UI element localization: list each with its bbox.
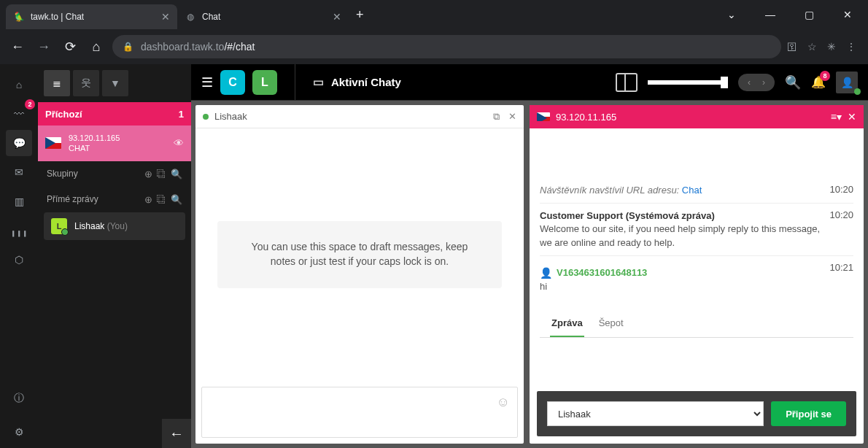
tawk-favicon: 🦜 [13,11,25,23]
chevron-down-icon[interactable]: ⌄ [717,3,746,26]
menu-icon[interactable]: ⋮ [846,41,856,53]
people-icon[interactable]: 웃 [73,70,99,96]
rail-monitor[interactable]: 〰2 [6,101,32,127]
collapse-panel-button[interactable]: ← [162,419,191,448]
dm-item-self[interactable]: L Lishaak (You) [44,212,185,240]
rail-settings[interactable]: ⚙ [6,419,32,445]
draft-hint: You can use this space to draft messages… [217,221,502,287]
dm-section: Přímé zprávy ⊕ ⿻ 🔍 [38,187,191,212]
avatar: L [51,218,67,234]
stack-icon[interactable]: ≣ [44,70,70,96]
lock-icon: 🔒 [123,42,133,52]
dm-label: Přímé zprávy [47,194,98,204]
close-icon[interactable]: ✕ [333,11,341,23]
join-button[interactable]: Připojit se [771,401,846,426]
visitor-id: V1634631601648113 [557,266,647,279]
badge: 2 [25,99,35,109]
minimize-icon[interactable]: ― [755,3,786,26]
rail-docs[interactable]: ▥ [6,188,32,215]
profile-button[interactable]: 👤 [836,72,858,93]
nav-rail: ⌂ 〰2 💬 ✉ ▥ ╻╻╻ ⬡ ⓘ ⚙ [0,64,38,448]
filter-icon[interactable]: ▼ [102,70,128,96]
timestamp: 10:20 [829,209,853,250]
rail-reports[interactable]: ╻╻╻ [6,217,32,244]
pager: ‹ › [738,74,775,91]
popout-icon[interactable]: ⧉ [493,111,500,123]
maximize-icon[interactable]: ▢ [794,3,824,26]
close-icon[interactable]: ✕ [508,111,516,123]
extension-icon[interactable]: ✳ [827,41,836,53]
incoming-count: 1 [179,109,184,120]
status-online-icon [203,114,209,120]
copy-icon[interactable]: ⿻ [157,194,166,205]
incoming-chat-item[interactable]: 93.120.11.165 CHAT 👁 [38,125,191,161]
zoom-slider[interactable] [648,80,728,85]
settings-icon[interactable]: ≡▾ [831,111,842,123]
copy-icon[interactable]: ⿻ [157,169,166,179]
add-icon[interactable]: ⊕ [144,194,152,205]
rail-help[interactable]: ⓘ [6,385,32,412]
visitor-ip: 93.120.11.165 [556,112,616,123]
layout-toggle[interactable] [616,73,638,92]
dm-you: (You) [107,221,128,231]
star-icon[interactable]: ☆ [807,41,817,53]
app-header: ☰ C L ▭ Aktivní Chaty ‹ › 🔍 🔔8 👤 [191,64,868,101]
search-icon[interactable]: 🔍 [171,194,182,205]
add-icon[interactable]: ⊕ [144,169,152,179]
reload-button[interactable]: ⟳ [60,36,80,57]
page-title: Aktivní Chaty [331,76,401,88]
eye-icon[interactable]: 👁 [174,137,184,149]
timestamp: 10:20 [829,184,853,197]
prev-button[interactable]: ‹ [743,76,756,89]
rail-chat[interactable]: 💬 [6,130,32,156]
globe-icon: ◍ [185,11,196,23]
menu-icon[interactable]: ☰ [201,74,213,90]
msg-sender: Customer Support (Systémová zpráva) [540,209,822,223]
rail-home[interactable]: ⌂ [6,72,32,98]
timestamp: 10:21 [829,262,853,294]
msg-body: hi [540,280,822,293]
tab-title: Chat [202,12,327,22]
tab-whisper[interactable]: Šepot [597,310,625,337]
chat-ip: 93.120.11.165 [69,133,120,143]
address-bar[interactable]: 🔒 dashboard.tawk.to/#/chat [112,35,781,58]
search-icon[interactable]: 🔍 [785,74,801,90]
msg-body: Welcome to our site, if you need help si… [540,223,822,249]
bell-icon[interactable]: 🔔8 [811,75,826,89]
chat-panel: 93.120.11.165 ≡▾ ✕ Návštěvník navštívil … [530,105,864,444]
forward-button[interactable]: → [34,36,54,57]
close-window-icon[interactable]: ✕ [833,3,862,26]
groups-section: Skupiny ⊕ ⿻ 🔍 [38,161,191,187]
key-icon[interactable]: ⚿ [787,41,797,53]
close-icon[interactable]: ✕ [848,111,856,123]
notif-count: 8 [820,71,830,81]
tab-message[interactable]: Zpráva [550,310,584,337]
flag-cz-icon [45,137,61,149]
emoji-icon[interactable]: ☺ [497,395,510,410]
notes-panel: Lishaak ⧉ ✕ You can use this space to dr… [195,105,524,444]
workspace-c[interactable]: C [220,70,245,95]
close-icon[interactable]: ✕ [161,11,170,23]
search-icon[interactable]: 🔍 [171,169,182,179]
chat-icon: ▭ [313,75,324,89]
conversation-panel: ≣ 웃 ▼ Příchozí 1 93.120.11.165 CHAT 👁 Sk… [38,64,191,448]
compose-input[interactable]: ☺ [201,387,518,438]
new-tab-button[interactable]: + [356,7,364,23]
workspace-l[interactable]: L [252,70,277,95]
panel-title: Lishaak [214,111,247,122]
rail-addons[interactable]: ⬡ [6,247,32,273]
rail-inbox[interactable]: ✉ [6,159,32,185]
back-button[interactable]: ← [7,36,28,57]
home-button[interactable]: ⌂ [86,36,106,57]
tab-title: tawk.to | Chat [31,12,155,22]
incoming-header: Příchozí 1 [38,102,191,125]
browser-tab-1[interactable]: 🦜 tawk.to | Chat ✕ [6,4,177,29]
next-button[interactable]: › [757,76,770,89]
visit-link[interactable]: Chat [682,185,702,196]
flag-cz-icon [537,112,550,121]
incoming-label: Příchozí [45,109,82,120]
person-icon: 👤 [540,266,552,281]
groups-label: Skupiny [47,169,78,179]
agent-select[interactable]: Lishaak [547,401,764,426]
browser-tab-2[interactable]: ◍ Chat ✕ [177,4,349,29]
